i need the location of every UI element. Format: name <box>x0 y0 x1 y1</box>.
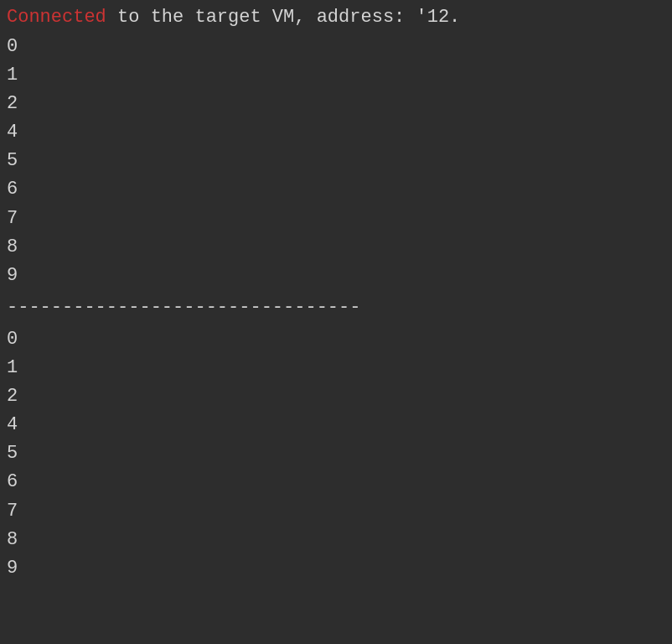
number-line: 0 <box>7 33 665 61</box>
number-line: 4 <box>7 411 665 439</box>
terminal-window: Connected to the target VM, address: '12… <box>0 0 672 644</box>
section1: 012456789 <box>7 33 665 290</box>
number-line: 2 <box>7 90 665 118</box>
number-line: 2 <box>7 382 665 411</box>
number-line: 6 <box>7 468 665 496</box>
separator-line: -------------------------------- <box>7 293 665 322</box>
number-line: 4 <box>7 118 665 147</box>
connected-text: Connected <box>7 7 106 28</box>
header-rest: to the target VM, address: '12. <box>106 7 460 28</box>
number-line: 5 <box>7 439 665 468</box>
number-line: 8 <box>7 233 665 262</box>
number-line: 8 <box>7 526 665 554</box>
number-line: 5 <box>7 147 665 175</box>
number-line: 1 <box>7 61 665 90</box>
number-line: 6 <box>7 175 665 204</box>
section2: 012456789 <box>7 325 665 583</box>
header-line: Connected to the target VM, address: '12… <box>7 3 665 31</box>
number-line: 1 <box>7 354 665 382</box>
number-line: 9 <box>7 262 665 290</box>
number-line: 7 <box>7 205 665 233</box>
number-line: 0 <box>7 325 665 354</box>
number-line: 9 <box>7 554 665 583</box>
number-line: 7 <box>7 497 665 526</box>
